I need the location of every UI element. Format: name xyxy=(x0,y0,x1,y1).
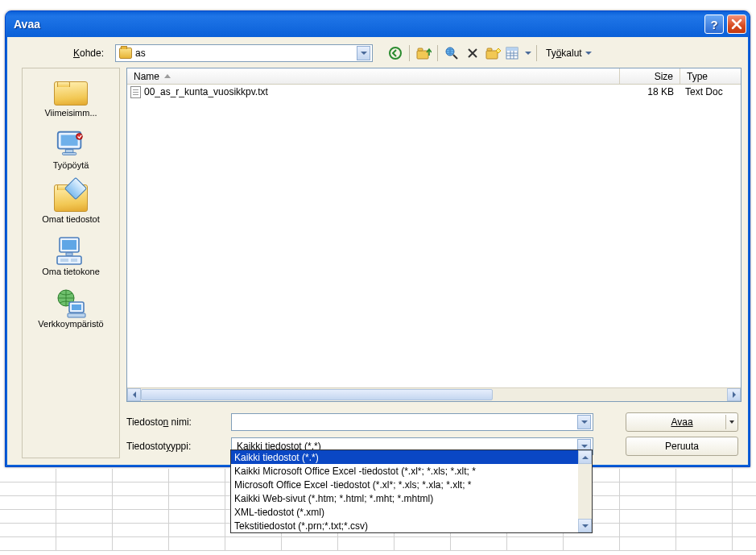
filetype-label: Tiedostotyyppi: xyxy=(126,441,231,452)
file-type: Text Doc xyxy=(680,86,741,97)
dropdown-scroll-down[interactable] xyxy=(578,519,592,532)
open-file-dialog: Avaa ? Kohde: as xyxy=(5,10,750,467)
tools-label: Työkalut xyxy=(546,48,582,59)
svg-rect-7 xyxy=(506,48,518,51)
sort-ascending-icon xyxy=(164,74,171,78)
tools-menu[interactable]: Työkalut xyxy=(541,48,593,59)
places-bar: Viimeisimm... Työpöytä xyxy=(22,68,120,458)
place-recent-label: Viimeisimm... xyxy=(44,108,97,118)
place-desktop-label: Työpöytä xyxy=(53,160,89,170)
filename-input[interactable] xyxy=(231,413,593,431)
delete-button[interactable] xyxy=(463,43,482,63)
dropdown-vertical-scrollbar[interactable] xyxy=(578,450,592,532)
close-button[interactable] xyxy=(727,14,746,34)
column-type[interactable]: Type xyxy=(680,68,741,84)
new-folder-button[interactable] xyxy=(484,43,503,63)
filetype-option[interactable]: Kaikki Microsoft Office Excel -tiedostot… xyxy=(231,464,578,478)
place-mycomputer[interactable]: Oma tietokone xyxy=(23,234,119,278)
horizontal-scrollbar[interactable] xyxy=(127,387,741,401)
mydocs-icon xyxy=(54,184,88,212)
place-mydocs[interactable]: Omat tiedostot xyxy=(23,180,119,226)
svg-rect-4 xyxy=(486,51,498,59)
filetype-option[interactable]: Kaikki tiedostot (*.*) xyxy=(231,450,578,464)
window-title: Avaa xyxy=(14,18,701,31)
cancel-button[interactable]: Peruuta xyxy=(626,437,738,456)
svg-rect-26 xyxy=(68,313,85,317)
svg-rect-19 xyxy=(66,253,72,255)
back-button[interactable] xyxy=(386,43,405,63)
filetype-option[interactable]: Tekstitiedostot (*.prn;*.txt;*.csv) xyxy=(231,519,578,532)
svg-rect-21 xyxy=(60,259,68,262)
lookin-value: as xyxy=(135,48,353,59)
filename-label: Tiedoston nimi: xyxy=(126,416,231,428)
svg-rect-14 xyxy=(65,150,73,153)
search-web-button[interactable] xyxy=(442,43,461,63)
filetype-dropdown-list[interactable]: Kaikki tiedostot (*.*) Kaikki Microsoft … xyxy=(230,449,593,533)
svg-rect-2 xyxy=(418,48,423,51)
filename-dropdown-button[interactable] xyxy=(577,415,591,429)
svg-rect-15 xyxy=(63,152,76,155)
svg-rect-25 xyxy=(72,304,81,310)
scroll-right-button[interactable] xyxy=(727,388,741,401)
lookin-label: Kohde: xyxy=(30,48,110,59)
lookin-dropdown-button[interactable] xyxy=(357,46,370,60)
place-network[interactable]: Verkkoympäristö xyxy=(23,286,119,330)
filetype-option[interactable]: Microsoft Office Excel -tiedostot (*.xl*… xyxy=(231,478,578,491)
network-icon xyxy=(55,288,87,317)
place-network-label: Verkkoympäristö xyxy=(38,319,103,329)
svg-rect-13 xyxy=(61,135,78,146)
help-button[interactable]: ? xyxy=(704,14,724,34)
dropdown-scroll-up[interactable] xyxy=(578,450,592,464)
column-size[interactable]: Size xyxy=(620,68,680,84)
file-list[interactable]: Name Size Type 00_as_r_kunta_vuosikkpv.t… xyxy=(126,68,742,402)
svg-rect-22 xyxy=(71,259,77,262)
scroll-thumb[interactable] xyxy=(141,389,493,400)
place-recent[interactable]: Viimeisimm... xyxy=(23,75,119,119)
mycomputer-icon xyxy=(55,235,87,264)
folder-recent-icon xyxy=(54,81,88,106)
file-row[interactable]: 00_as_r_kunta_vuosikkpv.txt 18 KB Text D… xyxy=(127,85,741,99)
views-button[interactable] xyxy=(505,43,532,63)
place-mycomputer-label: Oma tietokone xyxy=(42,267,100,276)
desktop-icon xyxy=(55,129,87,158)
textfile-icon xyxy=(130,86,141,98)
place-mydocs-label: Omat tiedostot xyxy=(42,214,100,224)
scroll-track[interactable] xyxy=(141,388,727,401)
scroll-left-button[interactable] xyxy=(127,388,141,401)
folder-icon xyxy=(119,48,132,59)
column-name[interactable]: Name xyxy=(127,68,620,84)
place-desktop[interactable]: Työpöytä xyxy=(23,127,119,172)
lookin-combo[interactable]: as xyxy=(115,44,373,62)
file-name: 00_as_r_kunta_vuosikkpv.txt xyxy=(144,86,268,97)
up-one-level-button[interactable] xyxy=(414,43,433,63)
filetype-option[interactable]: XML-tiedostot (*.xml) xyxy=(231,505,578,519)
svg-point-0 xyxy=(390,48,401,59)
file-size: 18 KB xyxy=(620,86,680,97)
svg-rect-5 xyxy=(487,48,492,51)
svg-rect-18 xyxy=(62,240,76,250)
open-button[interactable]: Avaa xyxy=(626,412,738,432)
file-list-header: Name Size Type xyxy=(127,68,741,85)
titlebar[interactable]: Avaa ? xyxy=(6,11,750,37)
filetype-option[interactable]: Kaikki Web-sivut (*.htm; *.html; *.mht; … xyxy=(231,491,578,505)
